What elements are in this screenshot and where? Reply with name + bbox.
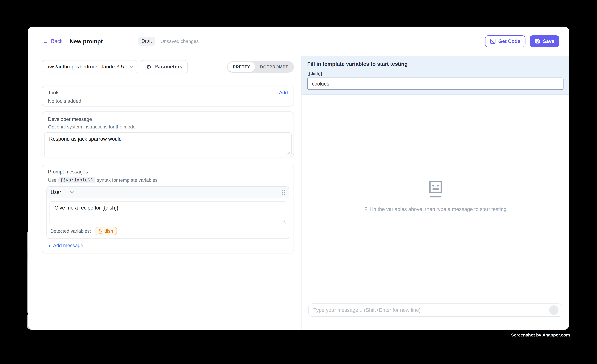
gear-icon: ⚙ (146, 64, 151, 69)
resize-handle-icon[interactable] (282, 220, 285, 223)
add-tool-button[interactable]: + Add (274, 90, 288, 95)
app-window: ← Back New prompt Draft Unsaved changes … (28, 27, 569, 330)
parameters-label: Parameters (154, 64, 182, 69)
watermark-text: Screenshot by Xnapper.com (511, 333, 570, 337)
model-selector[interactable]: aws/anthropic/bedrock-claude-3-5-s... (42, 60, 137, 73)
robot-face-icon (428, 181, 443, 198)
subtitle-prefix: Use (48, 177, 56, 183)
get-code-label: Get Code (498, 38, 520, 44)
back-arrow-icon: ← (43, 38, 48, 44)
composer-bar: ↑ (301, 298, 569, 330)
message-block-header: User (47, 187, 289, 198)
developer-message-textarea-wrap: Respond as jack sparrow would (44, 132, 292, 156)
template-variables-title: Fill in template variables to start test… (307, 61, 564, 67)
send-button[interactable]: ↑ (549, 305, 558, 315)
message-input[interactable] (308, 303, 562, 317)
save-floppy-icon (534, 38, 540, 44)
add-tool-label: Add (279, 90, 288, 95)
variable-syntax-chip: {{variable}} (58, 177, 95, 183)
role-selector[interactable]: User (51, 189, 74, 195)
tools-empty-text: No tools added (48, 98, 288, 104)
message-block: User Give me a recipe for {{dish}} (47, 186, 289, 239)
back-button[interactable]: ← Back (43, 38, 63, 44)
developer-message-textarea[interactable]: Respond as jack sparrow would (44, 132, 292, 156)
save-label: Save (543, 38, 554, 44)
window-body: aws/anthropic/bedrock-claude-3-5-s... ⚙ … (28, 56, 569, 330)
tools-card: Tools + Add No tools added (42, 85, 294, 106)
dish-variable-label: {{dish}} (307, 71, 564, 76)
developer-message-title: Developer message (48, 116, 288, 122)
add-message-label: Add message (53, 243, 83, 248)
format-toggle: PRETTY DOTPROMPT (227, 61, 294, 72)
prompt-editor-pane: aws/anthropic/bedrock-claude-3-5-s... ⚙ … (28, 56, 301, 330)
variable-chip-label: dish (104, 228, 113, 234)
page-title: New prompt (70, 38, 103, 45)
prompt-messages-subtitle: Use {{variable}} syntax for template var… (48, 177, 288, 183)
message-block-body: Give me a recipe for {{dish}} (47, 198, 289, 224)
subtitle-suffix: syntax for template variables (97, 177, 157, 183)
model-toolbar: aws/anthropic/bedrock-claude-3-5-s... ⚙ … (42, 60, 294, 73)
pencil-icon: ✎ (99, 228, 102, 233)
developer-message-subtitle: Optional system instructions for the mod… (48, 124, 288, 130)
status-badge: Draft (138, 37, 155, 46)
test-panel: Fill in template variables to start test… (301, 56, 569, 330)
chevron-down-icon (71, 190, 74, 193)
unsaved-changes-text: Unsaved changes (161, 39, 199, 44)
parameters-button[interactable]: ⚙ Parameters (141, 60, 188, 73)
send-arrow-icon: ↑ (552, 307, 555, 313)
chat-area: Fill in the variables above, then type a… (301, 95, 569, 298)
variable-chip-dish[interactable]: ✎ dish (95, 227, 117, 235)
detected-variables-row: Detected variables: ✎ dish (47, 224, 289, 238)
window-header: ← Back New prompt Draft Unsaved changes … (28, 27, 569, 56)
get-code-button[interactable]: Get Code (485, 35, 525, 47)
code-terminal-icon (490, 38, 496, 44)
toggle-option-dotprompt[interactable]: DOTPROMPT (255, 62, 293, 72)
developer-message-card: Developer message Optional system instru… (42, 111, 294, 157)
plus-icon: + (274, 90, 277, 95)
resize-handle-icon[interactable] (287, 151, 291, 155)
prompt-messages-title: Prompt messages (48, 169, 288, 174)
plus-icon: + (48, 243, 51, 248)
screenshot-stage: ← Back New prompt Draft Unsaved changes … (0, 0, 597, 364)
detected-variables-label: Detected variables: (50, 228, 91, 234)
dish-variable-input[interactable] (307, 77, 564, 90)
message-textarea[interactable]: Give me a recipe for {{dish}} (49, 201, 286, 224)
chevron-down-icon (130, 64, 134, 68)
message-textarea-wrap: Give me a recipe for {{dish}} (49, 201, 286, 224)
back-label: Back (51, 38, 63, 44)
model-selector-value: aws/anthropic/bedrock-claude-3-5-s... (47, 64, 127, 69)
add-message-button[interactable]: + Add message (48, 243, 288, 248)
toggle-option-pretty[interactable]: PRETTY (228, 62, 255, 72)
prompt-messages-card: Prompt messages Use {{variable}} syntax … (42, 165, 294, 253)
role-selector-value: User (51, 189, 61, 195)
save-button[interactable]: Save (529, 35, 559, 47)
template-variables-section: Fill in template variables to start test… (301, 56, 569, 95)
composer-inner: ↑ (308, 303, 562, 317)
tools-title: Tools (48, 90, 60, 95)
drag-handle-icon[interactable] (282, 190, 285, 195)
empty-state-text: Fill in the variables above, then type a… (364, 206, 506, 212)
tools-card-header: Tools + Add (48, 90, 288, 95)
